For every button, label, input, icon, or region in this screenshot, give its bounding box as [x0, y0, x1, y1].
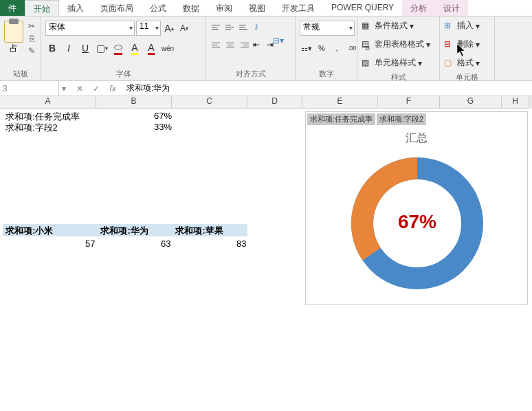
accept-formula-icon[interactable]: ✓ [91, 84, 102, 93]
indent-decrease-icon[interactable]: ⇤ [252, 38, 264, 51]
table-format-button[interactable]: ▤ 套用表格格式▾ [362, 38, 430, 50]
chart-field-tag-2[interactable]: 求和项:字段2 [377, 113, 426, 125]
pivot-header-row: 求和项:小米 求和项:华为 求和项:苹果 [3, 224, 247, 236]
tab-formulas[interactable]: 公式 [142, 0, 175, 16]
cell-b1[interactable]: 67% [151, 110, 175, 122]
font-group-label: 字体 [45, 67, 201, 79]
pivot-header-3[interactable]: 求和项:苹果 [173, 224, 247, 236]
increase-decimal-icon[interactable]: .00 [345, 41, 359, 55]
cell-a2[interactable]: 求和项:字段2 [3, 121, 60, 135]
format-cells-button[interactable]: ▢ 格式 ▾ [444, 57, 480, 69]
decrease-font-icon[interactable]: A▾ [177, 21, 191, 36]
align-group-label: 对齐方式 [210, 67, 291, 79]
pivot-value-1[interactable]: 57 [82, 238, 98, 249]
style-group-label: 样式 [362, 71, 435, 82]
copy-icon[interactable]: ⎘ [26, 33, 37, 44]
cell-style-button[interactable]: ▨ 单元格样式▾ [362, 57, 422, 69]
border-button[interactable]: ▢▾ [95, 41, 109, 55]
col-header-d[interactable]: D [247, 96, 302, 109]
cancel-formula-icon[interactable]: ✕ [74, 84, 85, 93]
increase-font-icon[interactable]: A▴ [162, 21, 176, 36]
tab-analyze[interactable]: 分析 [402, 0, 435, 16]
tab-home[interactable]: 开始 [25, 0, 59, 16]
col-header-h[interactable]: H [502, 96, 529, 109]
tab-power-query[interactable]: POWER QUERY [323, 0, 402, 16]
currency-icon[interactable]: ⚏▾ [300, 41, 313, 55]
tab-data[interactable]: 数据 [175, 0, 208, 16]
chevron-down-icon: ▾ [349, 24, 353, 32]
comma-icon[interactable]: , [330, 41, 344, 55]
tab-view[interactable]: 视图 [241, 0, 274, 16]
spreadsheet-grid[interactable]: 求和项:任务完成率 67% 求和项:字段2 33% 求和项:小米 求和项:华为 … [0, 109, 532, 397]
column-headers: A B C D E F G H [0, 96, 532, 109]
cells-group-label: 单元格 [444, 71, 490, 82]
phonetic-button[interactable]: wén [161, 41, 175, 55]
insert-icon: ⊞ [444, 21, 455, 32]
conditional-format-button[interactable]: ▦ 条件格式▾ [362, 20, 414, 32]
font-size-select[interactable]: 11 ▾ [136, 21, 161, 36]
border-dropdown[interactable]: ⬭ [111, 41, 125, 55]
col-header-b[interactable]: B [96, 96, 172, 109]
cursor-icon [457, 44, 467, 58]
pivot-value-2[interactable]: 63 [158, 238, 173, 249]
font-color-button[interactable]: A [144, 41, 158, 55]
chart-center-label: 67% [398, 211, 436, 233]
italic-button[interactable]: I [62, 41, 76, 55]
number-group-label: 数字 [300, 67, 353, 79]
clipboard-group-label: 站板 [4, 67, 36, 79]
formula-input[interactable] [124, 81, 532, 96]
font-name-select[interactable]: 宋体 ▾ [45, 21, 135, 36]
insert-cells-button[interactable]: ⊞ 插入 ▾ [444, 20, 480, 32]
format-icon: ▢ [444, 58, 455, 69]
pivot-header-1[interactable]: 求和项:小米 [3, 224, 98, 236]
formula-bar: 3 ▾ ✕ ✓ fx [0, 81, 532, 96]
chevron-down-icon: ▾ [418, 58, 422, 68]
align-right-icon[interactable] [238, 38, 250, 51]
orientation-icon[interactable]: ⤸ [252, 21, 264, 33]
ribbon-tabs: 件 开始 插入 页面布局 公式 数据 审阅 视图 开发工具 POWER QUER… [0, 0, 532, 16]
bold-button[interactable]: B [45, 41, 59, 55]
name-box[interactable]: 3 [0, 81, 59, 96]
paste-button[interactable]: 占 [4, 18, 23, 54]
col-header-e[interactable]: E [302, 96, 378, 109]
fx-icon[interactable]: fx [107, 84, 118, 93]
col-header-g[interactable]: G [440, 96, 502, 109]
pivot-header-2[interactable]: 求和项:华为 [98, 224, 173, 236]
conditional-format-icon: ▦ [362, 21, 373, 32]
tab-design[interactable]: 设计 [435, 0, 468, 16]
align-left-icon[interactable] [210, 38, 223, 51]
tab-insert[interactable]: 插入 [59, 0, 92, 16]
cell-b2[interactable]: 33% [151, 121, 175, 133]
fill-color-button[interactable]: A [128, 41, 142, 55]
pivot-chart[interactable]: 求和项:任务完成率 求和项:字段2 汇总 67% [305, 111, 528, 305]
number-format-select[interactable]: 常规 ▾ [300, 21, 355, 36]
align-middle-icon[interactable] [224, 21, 236, 33]
chevron-down-icon[interactable]: ▾ [59, 84, 69, 93]
paste-label: 占 [10, 43, 18, 54]
col-header-c[interactable]: C [172, 96, 247, 109]
percent-icon[interactable]: % [315, 41, 329, 55]
align-top-icon[interactable] [210, 21, 223, 33]
col-header-a[interactable]: A [0, 96, 96, 109]
cell-style-icon: ▨ [362, 58, 373, 69]
chart-title: 汇总 [306, 131, 527, 146]
chevron-down-icon: ▾ [155, 24, 159, 32]
format-painter-icon[interactable]: ✎ [26, 45, 37, 56]
align-center-icon[interactable] [224, 38, 236, 51]
tab-page-layout[interactable]: 页面布局 [92, 0, 142, 16]
cut-icon[interactable]: ✂ [26, 21, 37, 32]
merge-cells-button[interactable]: ⊟▾ [273, 19, 292, 62]
pivot-value-3[interactable]: 83 [234, 238, 249, 249]
tab-developer[interactable]: 开发工具 [274, 0, 323, 16]
ribbon: 占 ✂ ⎘ ✎ 站板 宋体 ▾ 11 ▾ A▴ [0, 16, 532, 81]
chart-field-tag-1[interactable]: 求和项:任务完成率 [307, 113, 375, 125]
tab-file[interactable]: 件 [0, 0, 25, 16]
delete-icon: ⊟ [444, 39, 455, 50]
chevron-down-icon: ▾ [426, 40, 430, 49]
chevron-down-icon: ▾ [410, 21, 414, 31]
align-bottom-icon[interactable] [238, 21, 250, 33]
col-header-f[interactable]: F [378, 96, 440, 109]
underline-button[interactable]: U [78, 41, 92, 55]
tab-review[interactable]: 审阅 [208, 0, 241, 16]
chevron-down-icon: ▾ [129, 24, 133, 32]
